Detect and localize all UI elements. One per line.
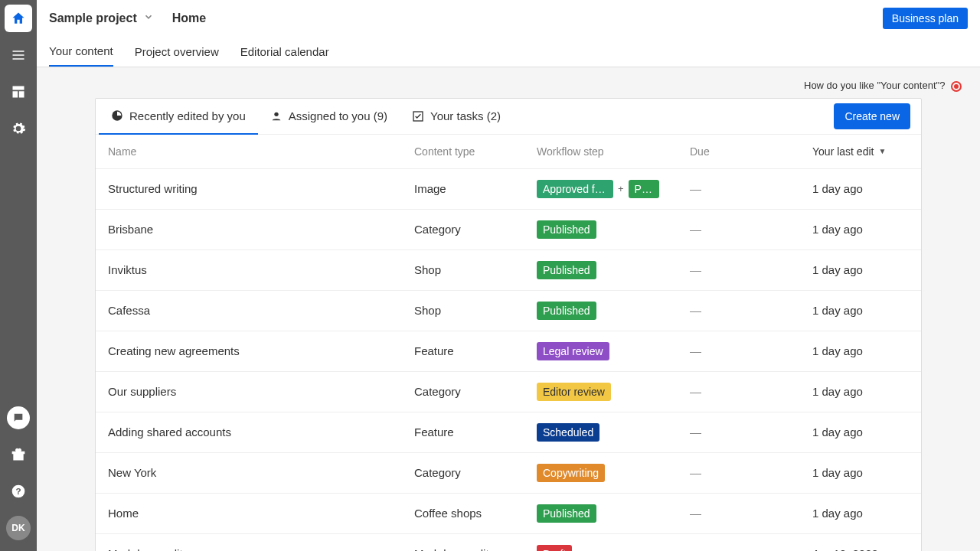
cell-type: Coffee shops [414, 507, 537, 520]
workflow-badge: Approved fo… [537, 180, 613, 198]
tab-your-content[interactable]: Your content [49, 44, 113, 67]
cell-name: Adding shared accounts [108, 425, 414, 439]
col-workflow[interactable]: Workflow step [537, 145, 690, 158]
cell-name: Structured writing [108, 182, 414, 195]
cell-last-edit: Apr 10, 2020 [812, 547, 909, 551]
col-content-type[interactable]: Content type [414, 145, 537, 158]
table-row[interactable]: HomeCoffee shopsPublished—1 day ago [96, 494, 921, 534]
workflow-badge: Copywriting [537, 464, 605, 482]
cell-name: Brisbane [108, 223, 414, 236]
table-row[interactable]: BrisbaneCategoryPublished—1 day ago [96, 210, 921, 250]
col-name[interactable]: Name [108, 145, 414, 158]
home-icon[interactable] [5, 5, 32, 32]
cell-due: — [690, 223, 812, 236]
cell-last-edit: 1 day ago [812, 466, 909, 479]
plus-separator: + [618, 183, 624, 194]
cell-name: Home [108, 507, 414, 520]
check-icon [412, 110, 424, 122]
cell-workflow: Published [537, 261, 690, 279]
cell-name: Inviktus [108, 263, 414, 276]
menu-icon[interactable] [0, 37, 37, 73]
workflow-badge: Legal review [537, 342, 609, 360]
table-row[interactable]: Our suppliersCategoryEditor review—1 day… [96, 372, 921, 412]
table-row[interactable]: New YorkCategoryCopywriting—1 day ago [96, 453, 921, 494]
cell-last-edit: 1 day ago [812, 223, 909, 236]
cell-name: Markdown editor [108, 547, 414, 551]
col-due[interactable]: Due [690, 145, 812, 158]
col-last-edit[interactable]: Your last edit ▼ [812, 145, 909, 158]
cell-last-edit: 1 day ago [812, 344, 909, 357]
create-new-button[interactable]: Create new [834, 103, 910, 129]
content-card: Recently edited by you Assigned to you (… [95, 98, 922, 551]
cell-workflow: Draft [537, 545, 690, 551]
cell-due: — [690, 182, 812, 195]
cell-type: Category [414, 223, 537, 236]
cell-type: Category [414, 466, 537, 479]
cell-workflow: Legal review [537, 342, 690, 360]
table-row[interactable]: CafessaShopPublished—1 day ago [96, 291, 921, 331]
table-row[interactable]: Markdown editorMarkdown editorDraftApr 1… [96, 534, 921, 551]
tab-recently-edited[interactable]: Recently edited by you [99, 99, 258, 135]
cell-workflow: Copywriting [537, 464, 690, 482]
cell-last-edit: 1 day ago [812, 263, 909, 276]
workflow-badge: Editor review [537, 383, 611, 401]
tab-assigned[interactable]: Assigned to you (9) [258, 99, 400, 133]
tab-project-overview[interactable]: Project overview [135, 45, 219, 66]
table-row[interactable]: Structured writingImageApproved fo…+Pu…—… [96, 169, 921, 210]
cell-workflow: Editor review [537, 383, 690, 401]
cell-due: — [690, 263, 812, 276]
table-row[interactable]: Adding shared accountsFeatureScheduled—1… [96, 412, 921, 453]
cell-type: Feature [414, 425, 537, 439]
cell-type: Shop [414, 304, 537, 317]
workflow-badge: Published [537, 302, 596, 320]
workflow-badge: Scheduled [537, 423, 599, 442]
cell-workflow: Scheduled [537, 423, 690, 442]
chevron-down-icon[interactable] [143, 11, 154, 24]
cell-due: — [690, 466, 812, 479]
cell-last-edit: 1 day ago [812, 425, 909, 439]
project-name[interactable]: Sample project [49, 11, 137, 25]
table-header: Name Content type Workflow step Due Your… [96, 135, 921, 169]
svg-point-3 [274, 112, 278, 116]
tab-tasks-label: Your tasks (2) [430, 109, 501, 122]
tab-editorial-calendar[interactable]: Editorial calendar [240, 45, 329, 66]
feedback-icon[interactable] [951, 81, 962, 92]
cell-type: Category [414, 385, 537, 398]
sort-caret-icon: ▼ [878, 147, 886, 155]
gift-icon[interactable] [0, 436, 37, 473]
chat-icon[interactable] [0, 399, 37, 436]
clock-icon [111, 109, 123, 122]
cell-type: Shop [414, 263, 537, 276]
cell-last-edit: 1 day ago [812, 385, 909, 398]
workflow-badge: Published [537, 261, 596, 279]
cell-due: — [690, 344, 812, 357]
app-sidebar: ? DK [0, 0, 37, 551]
help-icon[interactable]: ? [0, 473, 37, 510]
business-plan-button[interactable]: Business plan [883, 8, 968, 29]
feedback-text: How do you like "Your content"? [804, 80, 945, 91]
workflow-badge: Published [537, 504, 596, 523]
cell-name: Cafessa [108, 304, 414, 317]
table-row[interactable]: Creating new agreementsFeatureLegal revi… [96, 331, 921, 372]
tab-recent-label: Recently edited by you [129, 109, 246, 122]
cell-name: Our suppliers [108, 385, 414, 398]
tab-tasks[interactable]: Your tasks (2) [400, 99, 513, 133]
person-icon [270, 110, 283, 122]
cell-due: — [690, 507, 812, 520]
feedback-prompt[interactable]: How do you like "Your content"? [37, 67, 980, 98]
cell-name: Creating new agreements [108, 344, 414, 357]
tab-assigned-label: Assigned to you (9) [289, 109, 387, 122]
user-avatar[interactable]: DK [0, 510, 37, 546]
top-bar: Sample project Home Business plan [37, 0, 980, 37]
table-row[interactable]: InviktusShopPublished—1 day ago [96, 250, 921, 291]
cell-due: — [690, 385, 812, 398]
cell-last-edit: 1 day ago [812, 507, 909, 520]
cell-last-edit: 1 day ago [812, 182, 909, 195]
cell-name: New York [108, 466, 414, 479]
layout-icon[interactable] [0, 73, 37, 110]
cell-workflow: Published [537, 504, 690, 523]
gear-icon[interactable] [0, 110, 37, 147]
breadcrumb-home[interactable]: Home [172, 11, 206, 25]
cell-type: Image [414, 182, 537, 195]
workflow-badge: Draft [537, 545, 572, 551]
